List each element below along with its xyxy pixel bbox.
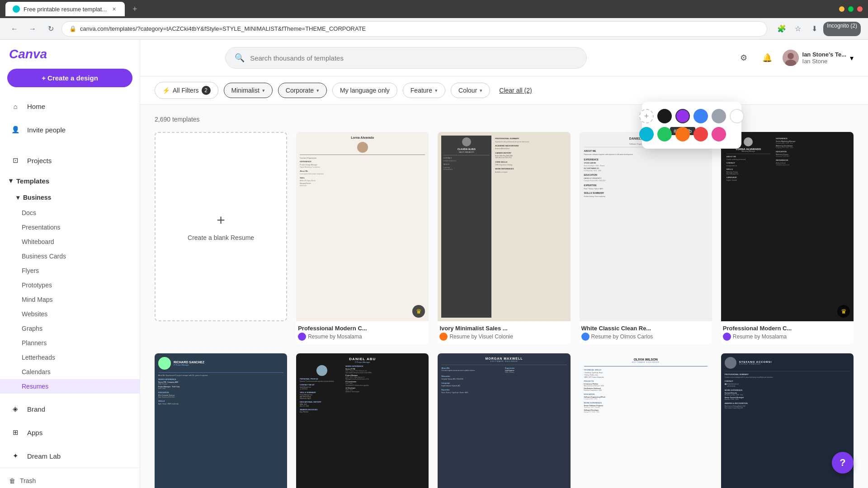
user-info: Ian Stone's Te... Ian Stone xyxy=(802,51,846,65)
color-purple[interactable]: #b612fb xyxy=(675,109,690,123)
all-filters-label: All Filters xyxy=(173,87,199,94)
sidebar-item-whiteboard[interactable]: Whiteboard xyxy=(0,235,140,249)
color-gray[interactable] xyxy=(712,109,726,123)
sidebar-item-resumes[interactable]: Resumes xyxy=(0,379,140,394)
feature-chevron-icon: ▾ xyxy=(435,88,438,94)
table-row[interactable]: MORGAN MAXWELL SOFTWARE ENGINEER About M… xyxy=(438,353,570,488)
card-creator: Resume by Visuel Colonie xyxy=(449,333,513,340)
colour-filter-btn[interactable]: Colour ▾ xyxy=(451,83,490,98)
color-red[interactable] xyxy=(693,127,708,141)
template-grid: + Create a blank Resume Lorna Alvarado C… xyxy=(155,132,854,488)
language-filter-btn[interactable]: My language only xyxy=(332,83,397,98)
table-row[interactable]: LORNA ALVARADO Marketing Manager ABOUT M… xyxy=(721,132,854,344)
extensions-btn[interactable]: 🧩 xyxy=(774,22,789,36)
trash-btn[interactable]: 🗑 Trash xyxy=(9,474,131,488)
back-btn[interactable]: ← xyxy=(7,22,22,36)
sidebar-item-invite[interactable]: 👤 Invite people xyxy=(0,118,140,141)
color-white[interactable] xyxy=(730,109,744,123)
close-btn[interactable] xyxy=(857,6,863,12)
sidebar-item-graphs[interactable]: Graphs xyxy=(0,321,140,336)
table-row[interactable]: OLIVIA WILSON SOFTWARE ENGINEER TECHNICA… xyxy=(580,353,712,488)
user-sub: Ian Stone xyxy=(802,58,846,65)
card-info: Professional Modern C... Resume by Mosal… xyxy=(296,321,429,344)
clear-all-btn[interactable]: Clear all (2) xyxy=(499,87,532,94)
user-menu[interactable]: Ian Stone's Te... Ian Stone ▾ xyxy=(783,50,854,66)
sidebar-item-mind-maps[interactable]: Mind Maps xyxy=(0,292,140,307)
color-pink[interactable] xyxy=(712,127,726,141)
address-bar[interactable]: 🔒 canva.com/templates/?category=tACZCki4… xyxy=(61,21,767,37)
card-subtitle: Resume by Olmos Carlos xyxy=(581,333,710,341)
search-bar[interactable]: 🔍 xyxy=(225,47,587,69)
sidebar-business-header[interactable]: ▾ Business xyxy=(0,189,140,206)
card-info: Ivory Minimalist Sales ... Resume by Vis… xyxy=(438,321,570,344)
sidebar-item-home[interactable]: ⌂ Home xyxy=(0,94,140,118)
minimalist-filter-btn[interactable]: Minimalist ▾ xyxy=(224,83,273,98)
color-orange[interactable] xyxy=(675,127,690,141)
table-row[interactable]: Lorna Alvarado Contact | Experience EXPE… xyxy=(296,132,429,344)
sidebar-item-business-cards[interactable]: Business Cards xyxy=(0,249,140,263)
card-subtitle: Resume by Mosalama xyxy=(298,333,427,341)
feature-filter-btn[interactable]: Feature ▾ xyxy=(403,83,445,98)
tab-close-btn[interactable]: ✕ xyxy=(110,5,118,13)
creator-avatar xyxy=(581,333,590,341)
table-row[interactable]: RICHARD SANCHEZ IT Project Manager About… xyxy=(155,353,287,488)
table-row[interactable]: DANIEL ABU IT Project Manager PERSONAL P… xyxy=(296,353,429,488)
browser-toolbar: ← → ↻ 🔒 canva.com/templates/?category=tA… xyxy=(0,18,868,40)
color-cyan[interactable] xyxy=(639,127,654,141)
sidebar-item-projects[interactable]: ⊡ Projects xyxy=(0,149,140,172)
sidebar-logo: Canva xyxy=(0,40,140,69)
sidebar-item-dreamlab[interactable]: ✦ Dream Lab xyxy=(0,444,140,468)
sidebar-item-presentations[interactable]: Presentations xyxy=(0,220,140,235)
new-tab-btn[interactable]: + xyxy=(128,3,141,15)
sidebar-item-apps[interactable]: ⊞ Apps xyxy=(0,421,140,444)
refresh-btn[interactable]: ↻ xyxy=(43,22,58,36)
tab-favicon xyxy=(13,5,20,13)
sidebar-item-planners[interactable]: Planners xyxy=(0,336,140,350)
corporate-filter-btn[interactable]: Corporate ▾ xyxy=(278,83,327,98)
creator-avatar xyxy=(298,333,306,341)
create-blank-card[interactable]: + Create a blank Resume xyxy=(155,132,287,321)
main-content: 🔍 ⚙ 🔔 Ian Stone's Te... Ian Stone ▾ xyxy=(140,40,868,488)
table-row[interactable]: DANIELLE FERREIRA Software Engineer | da… xyxy=(580,132,712,344)
home-icon: ⌂ xyxy=(9,100,22,113)
minimize-btn[interactable] xyxy=(839,6,844,12)
sidebar-item-websites[interactable]: Websites xyxy=(0,307,140,321)
notification-btn[interactable]: 🔔 xyxy=(759,50,775,66)
create-plus-icon: + xyxy=(217,212,225,229)
download-btn[interactable]: ⬇ xyxy=(807,22,821,36)
business-collapse-icon: ▾ xyxy=(16,194,19,201)
sidebar-item-letterheads[interactable]: Letterheads xyxy=(0,350,140,365)
table-row[interactable]: CLAUDIA ALVES SALES MANAGER CONTACT emai… xyxy=(438,132,570,344)
star-btn[interactable]: ☆ xyxy=(791,22,805,36)
sidebar-item-flyers[interactable]: Flyers xyxy=(0,263,140,278)
card-subtitle: Resume by Mosalama xyxy=(723,333,852,341)
settings-btn[interactable]: ⚙ xyxy=(736,50,752,66)
create-design-btn[interactable]: + Create a design xyxy=(7,69,132,87)
crown-icon: ♛ xyxy=(841,308,847,315)
filter-icon: ⚡ xyxy=(162,87,170,94)
sidebar-item-prototypes[interactable]: Prototypes xyxy=(0,278,140,292)
card-title: Ivory Minimalist Sales ... xyxy=(439,325,568,332)
forward-btn[interactable]: → xyxy=(25,22,40,36)
all-filters-btn[interactable]: ⚡ All Filters 2 xyxy=(155,82,218,99)
card-title: Professional Modern C... xyxy=(723,325,852,332)
maximize-btn[interactable] xyxy=(848,6,854,12)
sidebar-item-brand[interactable]: ◈ Brand xyxy=(0,397,140,421)
invite-label: Invite people xyxy=(27,126,66,134)
sidebar-templates-header[interactable]: ▾ Templates xyxy=(0,172,140,189)
color-blue[interactable] xyxy=(693,109,708,123)
color-green[interactable] xyxy=(657,127,672,141)
help-btn[interactable]: ? xyxy=(832,452,854,474)
creator-avatar xyxy=(439,333,448,341)
color-black[interactable] xyxy=(657,109,672,123)
create-blank-label: Create a blank Resume xyxy=(188,234,254,241)
templates-label: Templates xyxy=(16,177,49,185)
sidebar-item-docs[interactable]: Docs xyxy=(0,206,140,220)
search-input[interactable] xyxy=(250,54,577,62)
toolbar-icons: 🧩 ☆ ⬇ Incognito (2) xyxy=(774,22,861,36)
trash-icon: 🗑 xyxy=(9,477,15,484)
add-color-btn[interactable]: + xyxy=(639,109,654,123)
sidebar-item-calendars[interactable]: Calendars xyxy=(0,365,140,379)
browser-tab[interactable]: Free printable resume templat... ✕ xyxy=(5,2,125,16)
card-creator: Resume by Olmos Carlos xyxy=(591,333,653,340)
